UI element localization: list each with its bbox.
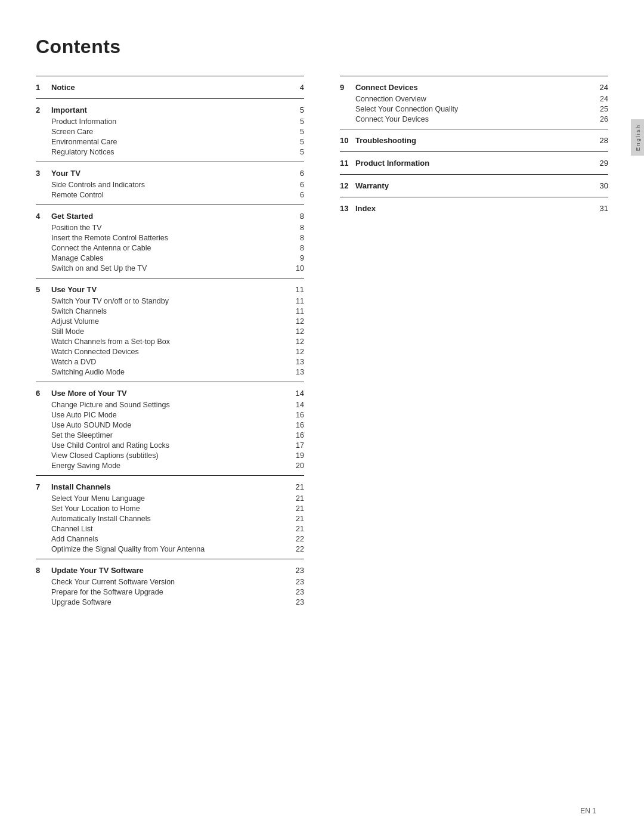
toc-item-page: 21 (296, 504, 304, 513)
toc-divider (340, 76, 608, 76)
toc-section-num: 5 (36, 285, 47, 294)
toc-item: Position the TV8 (36, 222, 304, 233)
col-left: 1Notice42Important5Product Information5S… (36, 76, 304, 612)
toc-item-page: 12 (296, 317, 304, 326)
toc-item-page: 23 (296, 578, 304, 586)
toc-item-page: 11 (296, 307, 304, 315)
toc-section-title: 2Important (36, 106, 87, 114)
toc-item-page: 8 (300, 224, 304, 232)
toc-item: Product Information5 (36, 116, 304, 126)
toc-item-label: Insert the Remote Control Batteries (51, 234, 168, 242)
toc-item-label: Adjust Volume (51, 317, 99, 326)
toc-item-page: 21 (296, 494, 304, 503)
toc-section: 2Important5Product Information5Screen Ca… (36, 98, 304, 157)
toc-section-num: 7 (36, 482, 47, 491)
toc-section-page: 30 (600, 181, 608, 190)
toc-item-label: Watch a DVD (51, 358, 96, 366)
toc-section: 1Notice4 (36, 76, 304, 94)
toc-item: Set Your Location to Home21 (36, 503, 304, 513)
toc-section-label: Connect Devices (355, 83, 418, 92)
toc-item-label: Select Your Menu Language (51, 494, 145, 503)
toc-item-page: 22 (296, 535, 304, 543)
toc-item: Upgrade Software23 (36, 597, 304, 607)
toc-section-page: 28 (600, 136, 608, 145)
toc-section: 4Get Started8Position the TV8Insert the … (36, 205, 304, 273)
toc-item-page: 23 (296, 598, 304, 606)
toc-item-label: Select Your Connection Quality (355, 105, 458, 113)
toc-divider (340, 174, 608, 175)
toc-section: 8Update Your TV Software23Check Your Cur… (36, 559, 304, 607)
toc-item-label: View Closed Captions (subtitles) (51, 451, 159, 460)
toc-section-num: 6 (36, 389, 47, 398)
toc-section-header: 8Update Your TV Software23 (36, 563, 304, 577)
toc-divider (36, 98, 304, 99)
toc-section-label: Get Started (51, 212, 93, 221)
toc-item-label: Screen Care (51, 128, 93, 136)
toc-item-label: Side Controls and Indicators (51, 181, 145, 189)
toc-item-label: Prepare for the Software Upgrade (51, 588, 163, 596)
toc-item: Channel List21 (36, 524, 304, 534)
toc-section-header: 12Warranty30 (340, 178, 608, 192)
toc-section-header: 5Use Your TV11 (36, 282, 304, 296)
toc-item: Switch on and Set Up the TV10 (36, 263, 304, 273)
toc-item-page: 25 (600, 105, 608, 113)
toc-section-title: 7Install Channels (36, 482, 111, 491)
toc-item-label: Remote Control (51, 191, 104, 199)
toc-section-label: Notice (51, 83, 75, 92)
toc-section-header: 13Index31 (340, 201, 608, 215)
toc-item-page: 14 (296, 401, 304, 409)
toc-item: Environmental Care5 (36, 137, 304, 147)
toc-item-page: 6 (300, 191, 304, 199)
toc-item-label: Connect the Antenna or Cable (51, 244, 151, 252)
toc-item: Side Controls and Indicators6 (36, 179, 304, 190)
toc-item: Prepare for the Software Upgrade23 (36, 587, 304, 597)
toc-item-label: Product Information (51, 117, 116, 126)
toc-item: Use Auto PIC Mode16 (36, 410, 304, 420)
toc-item: Screen Care5 (36, 126, 304, 137)
toc-item: Connection Overview24 (340, 94, 608, 104)
toc-item: Watch Channels from a Set-top Box12 (36, 336, 304, 346)
toc-item-page: 8 (300, 234, 304, 242)
page-title: Contents (36, 36, 608, 58)
toc-section-title: 8Update Your TV Software (36, 566, 144, 575)
toc-item: Select Your Menu Language21 (36, 493, 304, 503)
toc-section-title: 5Use Your TV (36, 285, 97, 294)
toc-section-header: 2Important5 (36, 103, 304, 116)
footer: EN 1 (580, 807, 596, 815)
toc-item-label: Optimize the Signal Quality from Your An… (51, 545, 205, 553)
toc-item-page: 5 (300, 138, 304, 146)
toc-item-page: 13 (296, 368, 304, 376)
toc-item-page: 21 (296, 525, 304, 533)
toc-item-label: Use Child Control and Rating Locks (51, 441, 169, 450)
toc-item-label: Switch on and Set Up the TV (51, 264, 147, 272)
toc-divider (36, 205, 304, 205)
toc-section-page: 24 (600, 83, 608, 92)
toc-item: Watch Connected Devices12 (36, 346, 304, 357)
toc-section-header: 3Your TV6 (36, 166, 304, 179)
toc-section-label: Troubleshooting (355, 136, 416, 145)
toc-section-num: 3 (36, 169, 47, 178)
toc-item: Adjust Volume12 (36, 316, 304, 326)
toc-section-label: Use Your TV (51, 285, 97, 294)
toc-section-label: Important (51, 106, 87, 114)
page-container: English Contents 1Notice42Important5Prod… (0, 0, 644, 833)
toc-item: Remote Control6 (36, 190, 304, 200)
toc-item-label: Watch Connected Devices (51, 348, 139, 356)
toc-item: Energy Saving Mode20 (36, 460, 304, 470)
toc-item-page: 12 (296, 348, 304, 356)
toc-divider (340, 129, 608, 129)
toc-item-label: Watch Channels from a Set-top Box (51, 337, 170, 346)
toc-item: Set the Sleeptimer16 (36, 430, 304, 440)
toc-item-label: Switching Audio Mode (51, 368, 125, 376)
toc-section: 11Product Information29 (340, 151, 608, 169)
toc-item-page: 6 (300, 181, 304, 189)
toc-section: 3Your TV6Side Controls and Indicators6Re… (36, 162, 304, 200)
toc-item-label: Add Channels (51, 535, 98, 543)
toc-section-label: Product Information (355, 159, 429, 168)
toc-section: 9Connect Devices24Connection Overview24S… (340, 76, 608, 124)
toc-item-label: Energy Saving Mode (51, 462, 120, 470)
toc-section-header: 7Install Channels21 (36, 479, 304, 493)
toc-section: 12Warranty30 (340, 174, 608, 192)
footer-text: EN 1 (580, 807, 596, 815)
toc-section-title: 13Index (340, 204, 376, 213)
